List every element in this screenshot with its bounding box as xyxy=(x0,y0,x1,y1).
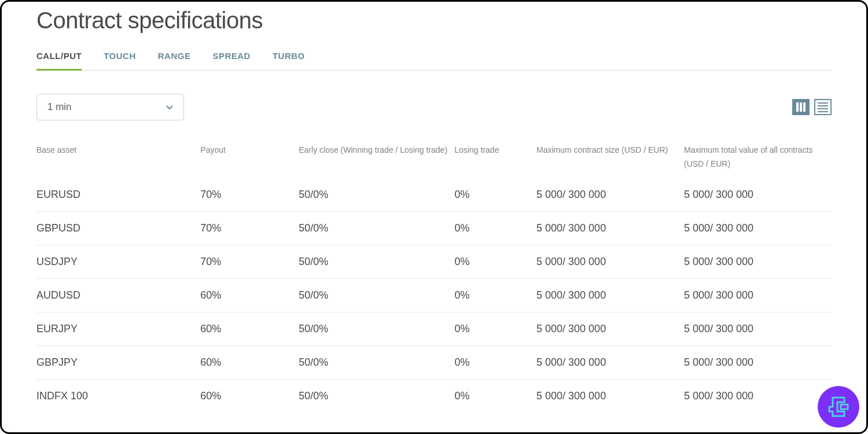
cell-asset: EURJPY xyxy=(36,312,200,345)
cell-asset: GBPJPY xyxy=(36,345,200,379)
duration-dropdown[interactable]: 1 min xyxy=(36,94,184,120)
cell-max-total: 5 000/ 300 000 xyxy=(684,183,832,212)
tab-call-put[interactable]: CALL/PUT xyxy=(36,51,82,71)
cell-payout: 60% xyxy=(200,278,299,312)
columns-icon xyxy=(796,102,806,112)
columns-view-button[interactable] xyxy=(792,99,810,115)
controls-row: 1 min xyxy=(36,94,832,120)
tab-spread[interactable]: SPREAD xyxy=(212,51,251,71)
cell-payout: 70% xyxy=(200,183,299,212)
th-max-total-value: Maximum total value of all contracts (US… xyxy=(684,144,832,183)
dropdown-selected-label: 1 min xyxy=(47,101,72,113)
cell-payout: 60% xyxy=(200,312,299,345)
cell-payout: 70% xyxy=(200,245,299,278)
specifications-table: Base asset Payout Early close (Winning t… xyxy=(36,144,832,413)
cell-max-total: 5 000/ 300 000 xyxy=(684,278,832,312)
cell-max-size: 5 000/ 300 000 xyxy=(536,183,684,212)
cell-max-size: 5 000/ 300 000 xyxy=(536,278,684,312)
page-title: Contract specifications xyxy=(36,8,832,34)
cell-early-close: 50/0% xyxy=(299,379,454,413)
tab-turbo[interactable]: TURBO xyxy=(273,51,305,71)
cell-early-close: 50/0% xyxy=(299,278,454,312)
cell-max-total: 5 000/ 300 000 xyxy=(684,211,832,245)
cell-losing: 0% xyxy=(454,183,536,212)
th-losing-trade: Losing trade xyxy=(454,144,536,183)
cell-max-total: 5 000/ 300 000 xyxy=(684,345,832,379)
brand-logo-icon xyxy=(826,394,851,420)
cell-early-close: 50/0% xyxy=(299,245,454,278)
cell-early-close: 50/0% xyxy=(299,183,454,212)
cell-asset: EURUSD xyxy=(36,183,200,212)
cell-losing: 0% xyxy=(454,245,536,278)
cell-payout: 70% xyxy=(200,211,299,245)
list-view-button[interactable] xyxy=(814,99,832,115)
table-row: EURUSD 70% 50/0% 0% 5 000/ 300 000 5 000… xyxy=(36,183,832,212)
cell-losing: 0% xyxy=(454,211,536,245)
cell-asset: INDFX 100 xyxy=(36,379,200,413)
tabs-bar: CALL/PUT TOUCH RANGE SPREAD TURBO xyxy=(36,51,832,71)
cell-max-total: 5 000/ 300 000 xyxy=(684,245,832,278)
table-row: INDFX 100 60% 50/0% 0% 5 000/ 300 000 5 … xyxy=(36,379,832,413)
th-early-close: Early close (Winning trade / Losing trad… xyxy=(299,144,454,183)
th-payout: Payout xyxy=(200,144,299,183)
view-toggle-group xyxy=(792,99,832,115)
cell-max-size: 5 000/ 300 000 xyxy=(536,211,684,245)
cell-payout: 60% xyxy=(200,379,299,413)
tab-touch[interactable]: TOUCH xyxy=(104,51,136,71)
th-base-asset: Base asset xyxy=(36,144,200,183)
cell-early-close: 50/0% xyxy=(299,211,454,245)
cell-payout: 60% xyxy=(200,345,299,379)
table-row: AUDUSD 60% 50/0% 0% 5 000/ 300 000 5 000… xyxy=(36,278,832,312)
cell-max-size: 5 000/ 300 000 xyxy=(536,312,684,345)
cell-max-total: 5 000/ 300 000 xyxy=(684,312,832,345)
cell-asset: USDJPY xyxy=(36,245,200,278)
cell-max-total: 5 000/ 300 000 xyxy=(684,379,832,413)
table-row: EURJPY 60% 50/0% 0% 5 000/ 300 000 5 000… xyxy=(36,312,832,345)
table-row: GBPUSD 70% 50/0% 0% 5 000/ 300 000 5 000… xyxy=(36,211,832,245)
chevron-down-icon xyxy=(166,102,173,112)
th-max-contract-size: Maximum contract size (USD / EUR) xyxy=(536,144,684,183)
cell-asset: AUDUSD xyxy=(36,278,200,312)
cell-max-size: 5 000/ 300 000 xyxy=(536,345,684,379)
brand-logo-badge xyxy=(818,386,859,428)
list-icon xyxy=(818,102,828,112)
cell-losing: 0% xyxy=(454,278,536,312)
cell-max-size: 5 000/ 300 000 xyxy=(536,379,684,413)
cell-asset: GBPUSD xyxy=(36,211,200,245)
tab-range[interactable]: RANGE xyxy=(158,51,191,71)
cell-max-size: 5 000/ 300 000 xyxy=(536,245,684,278)
cell-losing: 0% xyxy=(454,345,536,379)
cell-losing: 0% xyxy=(454,312,536,345)
table-row: USDJPY 70% 50/0% 0% 5 000/ 300 000 5 000… xyxy=(36,245,832,278)
cell-early-close: 50/0% xyxy=(299,312,454,345)
cell-losing: 0% xyxy=(454,379,536,413)
cell-early-close: 50/0% xyxy=(299,345,454,379)
table-row: GBPJPY 60% 50/0% 0% 5 000/ 300 000 5 000… xyxy=(36,345,832,379)
